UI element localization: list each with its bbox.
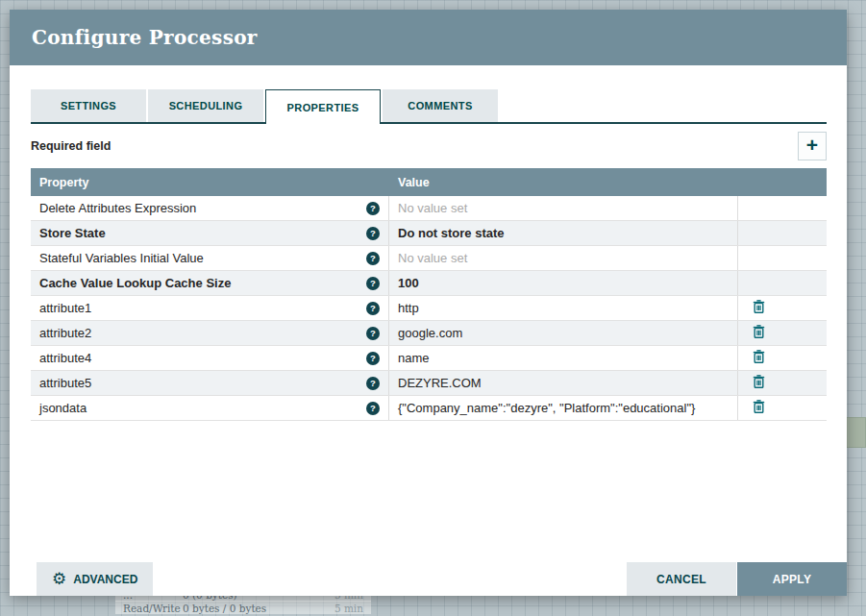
properties-table: Property Value Delete Attributes Express… [31, 168, 827, 421]
table-row[interactable]: Delete Attributes Expression ? No value … [31, 196, 827, 221]
delete-property-button[interactable] [753, 400, 765, 416]
property-cell: attribute5 ? [31, 371, 389, 395]
property-name: Delete Attributes Expression [39, 201, 196, 215]
help-icon[interactable]: ? [366, 377, 380, 390]
property-value: Do not store state [398, 226, 505, 240]
actions-cell [738, 296, 827, 320]
advanced-button[interactable]: ⚙ ADVANCED [37, 562, 153, 596]
value-cell[interactable]: google.com [389, 321, 738, 345]
actions-cell [738, 371, 827, 395]
property-name: attribute2 [39, 326, 91, 340]
property-value: No value set [398, 251, 467, 265]
actions-cell [738, 396, 827, 420]
help-icon[interactable]: ? [366, 227, 380, 240]
help-icon[interactable]: ? [366, 302, 380, 315]
table-header-row: Property Value [31, 168, 827, 196]
property-cell: Delete Attributes Expression ? [31, 196, 389, 220]
property-cell: jsondata ? [31, 396, 389, 420]
property-name: jsondata [39, 401, 87, 415]
actions-cell [738, 221, 827, 245]
column-header-property: Property [31, 176, 389, 189]
help-icon[interactable]: ? [366, 352, 380, 365]
property-value: DEZYRE.COM [398, 376, 482, 390]
column-header-value: Value [389, 176, 738, 189]
table-row[interactable]: attribute2 ? google.com [31, 321, 827, 346]
property-cell: attribute4 ? [31, 346, 389, 370]
required-field-label: Required field [31, 139, 111, 153]
stats-value: 0 bytes / 0 bytes [183, 603, 334, 614]
property-value: http [398, 301, 419, 315]
property-value: No value set [398, 201, 467, 215]
actions-cell [738, 321, 827, 345]
trash-icon [753, 325, 765, 341]
value-cell[interactable]: Do not store state [389, 221, 738, 245]
property-name: Cache Value Lookup Cache Size [39, 276, 231, 290]
property-value: google.com [398, 326, 462, 340]
help-icon[interactable]: ? [366, 277, 380, 290]
table-row[interactable]: Store State ? Do not store state [31, 221, 827, 246]
help-icon[interactable]: ? [366, 252, 380, 265]
apply-button[interactable]: APPLY [737, 562, 847, 596]
help-icon[interactable]: ? [366, 402, 380, 415]
footer-buttons: CANCEL APPLY [627, 562, 847, 596]
tab-scheduling[interactable]: SCHEDULING [148, 89, 263, 122]
property-value: 100 [398, 276, 419, 290]
value-cell[interactable]: No value set [389, 246, 738, 270]
property-cell: attribute1 ? [31, 296, 389, 320]
delete-property-button[interactable] [753, 325, 765, 341]
help-icon[interactable]: ? [366, 327, 380, 340]
tab-bar: SETTINGSSCHEDULINGPROPERTIESCOMMENTS [31, 89, 827, 124]
add-property-button[interactable]: + [798, 132, 827, 160]
gear-icon: ⚙ [52, 571, 66, 587]
delete-property-button[interactable] [753, 375, 765, 391]
property-cell: Cache Value Lookup Cache Size ? [31, 271, 389, 295]
tab-properties[interactable]: PROPERTIES [265, 89, 381, 124]
actions-cell [738, 196, 827, 220]
value-cell[interactable]: http [389, 296, 738, 320]
plus-icon: + [806, 136, 818, 155]
delete-property-button[interactable] [753, 350, 765, 366]
stats-row-read-write: Read/Write 0 bytes / 0 bytes 5 min [115, 601, 371, 614]
help-icon[interactable]: ? [366, 202, 380, 215]
property-name: attribute4 [39, 351, 91, 365]
dialog-body: SETTINGSSCHEDULINGPROPERTIESCOMMENTS Req… [10, 65, 847, 596]
value-cell[interactable]: {"Company_name":"dezyre", "Platform":"ed… [389, 396, 738, 420]
trash-icon [753, 350, 765, 366]
table-rows: Delete Attributes Expression ? No value … [31, 196, 827, 421]
property-name: Store State [39, 226, 106, 240]
value-cell[interactable]: 100 [389, 271, 738, 295]
dialog-header: Configure Processor [10, 10, 847, 65]
property-name: attribute1 [39, 301, 91, 315]
table-row[interactable]: attribute4 ? name [31, 346, 827, 371]
value-cell[interactable]: name [389, 346, 738, 370]
trash-icon [753, 375, 765, 391]
stats-time: 5 min [334, 603, 363, 614]
table-row[interactable]: jsondata ? {"Company_name":"dezyre", "Pl… [31, 396, 827, 421]
property-cell: Stateful Variables Initial Value ? [31, 246, 389, 270]
value-cell[interactable]: No value set [389, 196, 738, 220]
property-name: Stateful Variables Initial Value [39, 251, 204, 265]
table-row[interactable]: attribute1 ? http [31, 296, 827, 321]
value-cell[interactable]: DEZYRE.COM [389, 371, 738, 395]
tab-settings[interactable]: SETTINGS [31, 89, 146, 122]
table-row[interactable]: Stateful Variables Initial Value ? No va… [31, 246, 827, 271]
stats-label: Read/Write [123, 603, 183, 614]
table-row[interactable]: Cache Value Lookup Cache Size ? 100 [31, 271, 827, 296]
cancel-button[interactable]: CANCEL [627, 562, 736, 596]
actions-cell [738, 271, 827, 295]
property-name: attribute5 [39, 376, 91, 390]
advanced-button-label: ADVANCED [73, 573, 137, 586]
tab-comments[interactable]: COMMENTS [383, 89, 498, 122]
property-value: {"Company_name":"dezyre", "Platform":"ed… [398, 401, 695, 415]
property-cell: attribute2 ? [31, 321, 389, 345]
property-cell: Store State ? [31, 221, 389, 245]
dialog-title: Configure Processor [32, 26, 258, 49]
configure-processor-dialog: Configure Processor SETTINGSSCHEDULINGPR… [10, 10, 847, 596]
trash-icon [753, 400, 765, 416]
table-toolbar: Required field + [31, 124, 827, 168]
property-value: name [398, 351, 430, 365]
delete-property-button[interactable] [753, 300, 765, 316]
actions-cell [738, 346, 827, 370]
trash-icon [753, 300, 765, 316]
table-row[interactable]: attribute5 ? DEZYRE.COM [31, 371, 827, 396]
